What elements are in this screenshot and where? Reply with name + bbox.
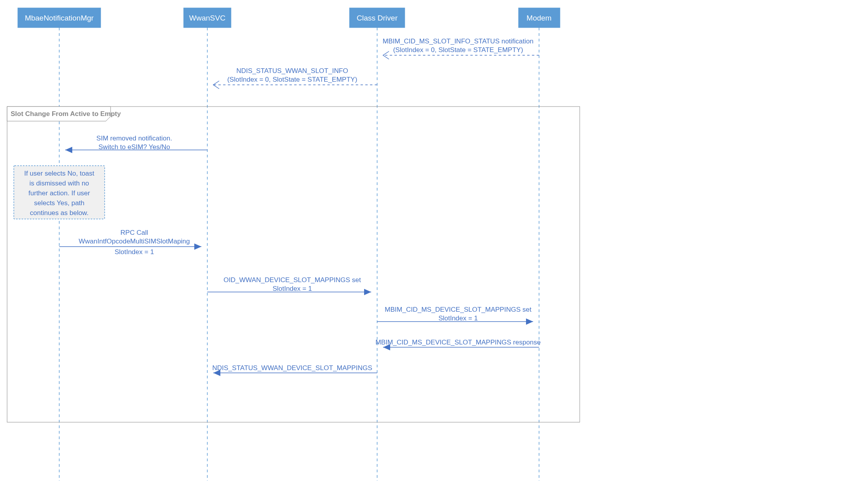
msg3-text2: Switch to eSIM? Yes/No xyxy=(98,143,170,151)
sequence-diagram: MbaeNotificationMgr WwanSVC Class Driver… xyxy=(0,0,868,481)
msg1-text2: (SlotIndex = 0, SlotState = STATE_EMPTY) xyxy=(393,46,523,54)
msg8-text: NDIS_STATUS_WWAN_DEVICE_SLOT_MAPPINGS xyxy=(212,364,372,372)
msg3-text1: SIM removed notification. xyxy=(96,135,172,142)
note-l5: continues as below. xyxy=(30,209,88,217)
msg6-text2: SlotIndex = 1 xyxy=(438,314,478,322)
actor-classdriver-label: Class Driver xyxy=(357,14,398,22)
msg4-text2: WwanIntfOpcodeMultiSIMSlotMaping xyxy=(79,238,190,245)
note-l1: If user selects No, toast xyxy=(24,170,94,177)
msg1-text1: MBIM_CID_MS_SLOT_INFO_STATUS notificatio… xyxy=(383,37,534,45)
msg4-text1: RPC Call xyxy=(120,229,148,236)
msg7-text: MBIM_CID_MS_DEVICE_SLOT_MAPPINGS respons… xyxy=(376,339,541,346)
note-l3: further action. If user xyxy=(28,189,90,197)
msg4-text3: SlotIndex = 1 xyxy=(115,248,154,256)
note-l2: is dismissed with no xyxy=(29,180,89,187)
frame-label: Slot Change From Active to Empty xyxy=(11,110,121,118)
msg2-text1: NDIS_STATUS_WWAN_SLOT_INFO xyxy=(236,67,348,75)
actor-wwansvc-label: WwanSVC xyxy=(189,14,225,22)
msg3-arrow xyxy=(65,147,72,153)
msg2-text2: (SlotIndex = 0, SlotState = STATE_EMPTY) xyxy=(227,76,357,83)
frame-rect xyxy=(7,107,580,422)
msg4-arrow xyxy=(194,243,201,250)
actor-modem-label: Modem xyxy=(526,14,551,22)
msg6-arrow xyxy=(526,318,533,325)
msg5-text1: OID_WWAN_DEVICE_SLOT_MAPPINGS set xyxy=(224,276,361,284)
msg5-arrow xyxy=(364,289,371,295)
msg5-text2: SlotIndex = 1 xyxy=(272,285,312,292)
msg6-text1: MBIM_CID_MS_DEVICE_SLOT_MAPPINGS set xyxy=(385,306,532,313)
note-l4: selects Yes, path xyxy=(34,199,85,207)
actor-mbae-label: MbaeNotificationMgr xyxy=(25,14,94,22)
